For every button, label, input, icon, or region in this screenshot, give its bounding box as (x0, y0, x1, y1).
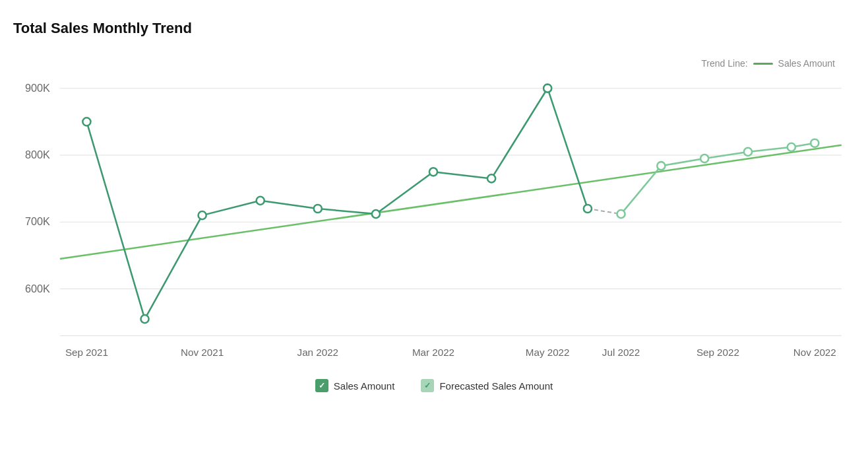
trend-line (60, 145, 842, 259)
dot-apr2022 (487, 174, 495, 182)
svg-text:Nov 2022: Nov 2022 (793, 347, 836, 358)
dot-nov2022-forecast (788, 143, 795, 151)
svg-text:Mar 2022: Mar 2022 (412, 347, 454, 358)
svg-text:800K: 800K (25, 149, 50, 160)
legend-checkbox-sales: ✓ (315, 379, 328, 392)
svg-text:700K: 700K (25, 215, 50, 227)
svg-text:Sep 2022: Sep 2022 (697, 347, 739, 358)
legend-label-sales: Sales Amount (334, 380, 395, 392)
dot-may2022 (543, 85, 551, 92)
dot-dec2021 (257, 197, 264, 205)
legend-checkbox-forecast: ✓ (421, 379, 434, 392)
legend-forecasted-sales[interactable]: ✓ Forecasted Sales Amount (421, 379, 553, 392)
connector-dash (588, 209, 621, 214)
svg-text:Nov 2021: Nov 2021 (181, 347, 224, 358)
dot-jun2022 (584, 205, 592, 213)
dot-jul2022-forecast (617, 210, 625, 218)
dot-sep2022-forecast (700, 155, 708, 162)
svg-text:600K: 600K (25, 283, 50, 294)
dot-mar2022 (429, 168, 437, 176)
chart-svg: 900K 800K 700K 600K Sep 2021 Nov 2021 Ja… (13, 44, 855, 374)
dot-sep2021 (82, 118, 90, 125)
svg-text:Jan 2022: Jan 2022 (297, 347, 338, 358)
bottom-legend: ✓ Sales Amount ✓ Forecasted Sales Amount (13, 379, 855, 392)
legend-sales-amount[interactable]: ✓ Sales Amount (315, 379, 395, 392)
dot-nov2021 (199, 211, 206, 219)
dot-dec2022-forecast (811, 139, 819, 147)
sales-line (86, 88, 588, 319)
chart-container: Total Sales Monthly Trend Trend Line: Sa… (0, 0, 868, 449)
chart-title: Total Sales Monthly Trend (13, 20, 855, 37)
dot-oct2022-forecast (744, 148, 752, 156)
chart-area: 900K 800K 700K 600K Sep 2021 Nov 2021 Ja… (13, 44, 855, 374)
legend-label-forecast: Forecasted Sales Amount (439, 380, 553, 392)
dot-jan2022 (314, 205, 322, 213)
svg-text:900K: 900K (25, 82, 50, 94)
dot-feb2022 (372, 210, 380, 218)
svg-text:Sep 2021: Sep 2021 (65, 347, 108, 358)
dot-aug2022-forecast (657, 162, 665, 170)
svg-text:Jul 2022: Jul 2022 (602, 347, 640, 358)
dot-oct2021 (140, 315, 148, 323)
svg-text:May 2022: May 2022 (526, 347, 570, 358)
